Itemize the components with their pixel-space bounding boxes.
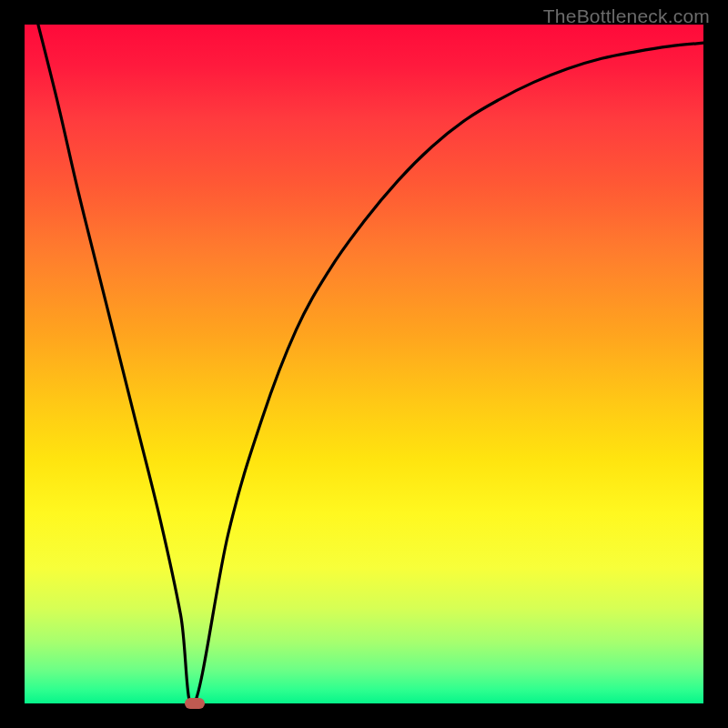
- plot-area: [25, 25, 703, 703]
- bottleneck-curve: [25, 25, 703, 703]
- watermark-text: TheBottleneck.com: [543, 5, 710, 27]
- min-marker: [185, 698, 205, 709]
- chart-frame: TheBottleneck.com: [0, 0, 728, 728]
